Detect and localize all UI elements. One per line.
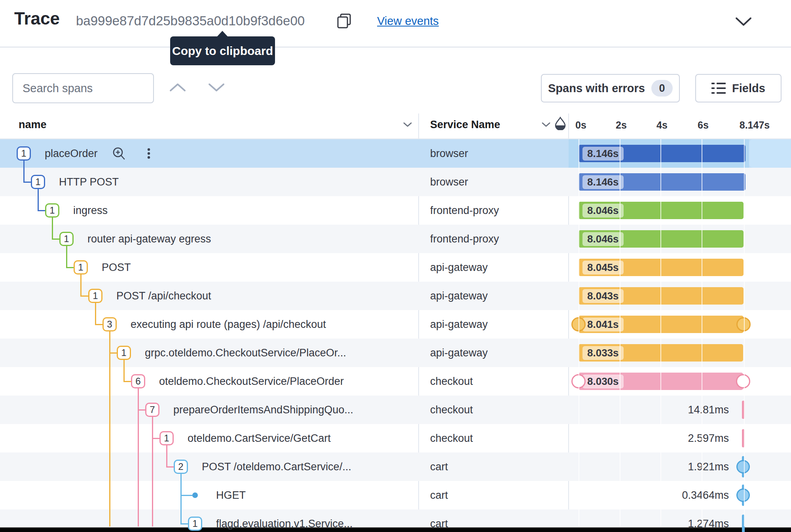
duration-label: 8.030s (582, 375, 624, 388)
span-duration-bar[interactable]: 8.043s (579, 287, 744, 305)
span-duration-tick[interactable] (742, 429, 745, 447)
span-duration-bar[interactable]: 8.033s (579, 344, 743, 362)
search-spans-input[interactable] (13, 74, 153, 102)
view-events-link[interactable]: View events (377, 15, 439, 28)
span-count-badge[interactable]: 1 (88, 289, 102, 303)
service-name: cart (430, 489, 448, 502)
span-duration-bar[interactable]: 8.046s (579, 202, 744, 219)
service-name: frontend-proxy (430, 204, 499, 217)
tree-connector-line (181, 495, 192, 496)
service-color-droplet-icon (555, 117, 566, 130)
span-event-circle-icon (571, 317, 586, 331)
trace-row[interactable]: 6oteldemo.CheckoutService/PlaceOrderchec… (0, 367, 791, 396)
span-name: grpc.oteldemo.CheckoutService/PlaceOr... (145, 347, 346, 359)
span-count-badge[interactable]: 2 (174, 460, 188, 474)
trace-viewer-page: Trace ba999e87d7d25b9835a0d10b9f3d6e00 V… (0, 0, 791, 532)
name-sort-chevron-icon[interactable] (403, 122, 412, 127)
trace-id: ba999e87d7d25b9835a0d10b9f3d6e00 (76, 13, 305, 28)
tree-connector-line (66, 246, 67, 268)
service-sort-chevron-icon[interactable] (541, 122, 551, 127)
fields-button[interactable]: Fields (695, 74, 782, 102)
span-duration-bar[interactable]: 8.046s (579, 230, 744, 248)
span-name: router api-gateway egress (87, 233, 211, 245)
tree-connector-line (110, 352, 117, 354)
tree-connector-line (152, 417, 153, 526)
trace-row[interactable]: 1grpc.oteldemo.CheckoutService/PlaceOr..… (0, 339, 791, 367)
service-name: api-gateway (430, 318, 488, 331)
trace-row[interactable]: 1router api-gateway egressfrontend-proxy… (0, 225, 791, 253)
span-name: prepareOrderItemsAndShippingQuo... (173, 404, 353, 416)
span-name: oteldemo.CheckoutService/PlaceOrder (159, 375, 344, 388)
span-name: POST /api/checkout (116, 290, 211, 302)
trace-row[interactable]: 1ingressfrontend-proxy8.046s (0, 196, 791, 225)
kebab-menu-icon[interactable] (146, 148, 151, 160)
span-count-badge[interactable]: 1 (31, 175, 45, 189)
span-name: placeOrder (45, 148, 98, 160)
span-count-badge[interactable]: 1 (45, 203, 59, 218)
span-name: POST /oteldemo.CartService/... (202, 461, 351, 473)
span-duration-tick[interactable] (742, 515, 745, 532)
span-name: flagd.evaluation.v1.Service... (216, 518, 353, 530)
span-name: ingress (73, 204, 108, 217)
copy-to-clipboard-button[interactable] (336, 13, 353, 29)
span-duration-bar[interactable]: 8.146s (579, 145, 745, 162)
duration-label: 0.3464ms (598, 489, 729, 502)
trace-row[interactable]: HGETcart0.3464ms (0, 481, 791, 509)
tree-connector-line (80, 275, 82, 297)
trace-row[interactable]: 1POST /api/checkoutapi-gateway8.043s (0, 282, 791, 310)
tree-connector-line (109, 331, 110, 526)
span-count-badge[interactable]: 6 (131, 374, 145, 388)
collapse-trace-chevron-icon[interactable] (734, 16, 753, 27)
name-column-header[interactable]: name (19, 119, 47, 131)
span-event-circle-icon (736, 317, 751, 331)
span-count-badge[interactable]: 3 (102, 317, 117, 331)
span-duration-bar[interactable]: 8.146s (579, 173, 745, 191)
previous-match-button[interactable] (168, 82, 187, 93)
span-count-badge[interactable]: 1 (159, 431, 174, 445)
duration-label: 8.045s (582, 261, 624, 275)
trace-row[interactable]: 3executing api route (pages) /api/checko… (0, 310, 791, 339)
tree-connector-line (152, 438, 159, 439)
tree-connector-line (180, 474, 182, 524)
span-event-circle-icon (736, 460, 750, 473)
header-divider (0, 47, 791, 47)
chevron-up-icon (168, 82, 187, 93)
tree-connector-line (138, 388, 139, 526)
duration-label: 8.043s (582, 289, 624, 303)
span-count-badge[interactable]: 1 (59, 232, 74, 246)
tooltip-arrow (217, 31, 228, 37)
span-duration-tick[interactable] (742, 401, 745, 419)
span-count-badge[interactable]: 1 (17, 146, 31, 161)
span-duration-bar[interactable]: 8.045s (579, 259, 744, 276)
zoom-in-icon[interactable] (112, 147, 126, 161)
tree-connector-line (123, 360, 125, 382)
trace-row[interactable]: 7prepareOrderItemsAndShippingQuo...check… (0, 396, 791, 424)
timeline-tick-label: 2s (616, 119, 627, 131)
spans-with-errors-button[interactable]: Spans with errors 0 (541, 74, 680, 102)
tree-connector-line (138, 409, 145, 411)
duration-label: 8.041s (582, 318, 624, 331)
trace-row[interactable]: 2POST /oteldemo.CartService/...cart1.921… (0, 452, 791, 481)
span-name: HTTP POST (59, 176, 119, 188)
leaf-dot-marker-icon (192, 492, 198, 498)
span-name: HGET (216, 489, 246, 502)
search-spans-box (12, 73, 154, 103)
span-count-badge[interactable]: 1 (117, 346, 131, 360)
spans-with-errors-label: Spans with errors (548, 82, 645, 95)
next-match-button[interactable] (207, 82, 226, 93)
trace-row[interactable]: 1POSTapi-gateway8.045s (0, 253, 791, 282)
span-count-badge[interactable]: 7 (145, 403, 159, 417)
service-name: checkout (430, 432, 473, 445)
trace-row[interactable]: 1placeOrderbrowser8.146s (0, 139, 791, 168)
copy-icon (336, 13, 353, 29)
span-name: executing api route (pages) /api/checkou… (131, 318, 326, 331)
duration-label: 8.046s (582, 204, 624, 218)
span-count-badge[interactable]: 1 (188, 517, 202, 531)
span-duration-bar[interactable]: 8.030s (579, 373, 743, 390)
span-count-badge[interactable]: 1 (74, 260, 88, 275)
span-event-circle-icon (736, 374, 750, 388)
span-duration-bar[interactable]: 8.041s (579, 316, 744, 333)
trace-row[interactable]: 1oteldemo.CartService/GetCartcheckout2.5… (0, 424, 791, 452)
service-name-column-header[interactable]: Service Name (430, 119, 500, 131)
trace-row[interactable]: 1HTTP POSTbrowser8.146s (0, 168, 791, 196)
